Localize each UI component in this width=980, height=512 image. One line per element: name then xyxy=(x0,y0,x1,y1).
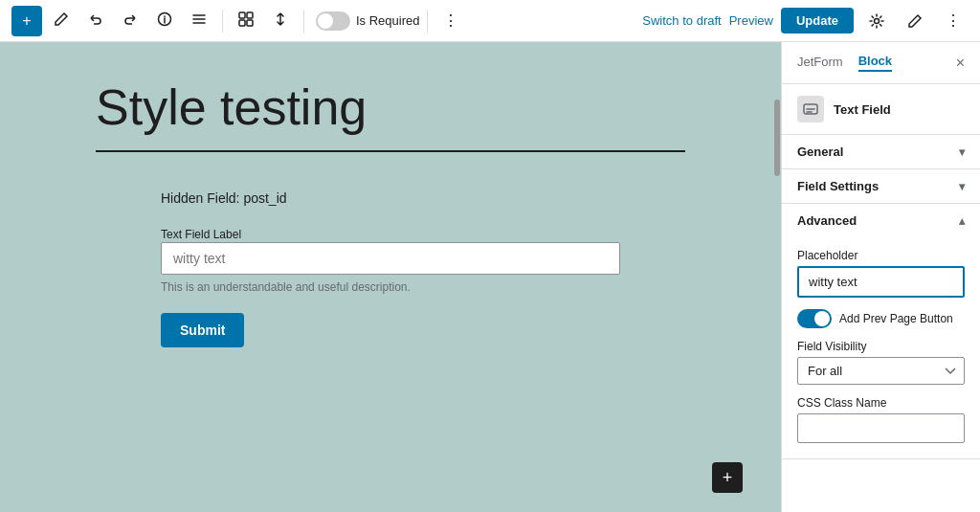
plus-icon: + xyxy=(723,468,733,488)
advanced-content: Placeholder Add Prev Page Button Field V… xyxy=(782,249,980,458)
add-prev-page-toggle-row: Add Prev Page Button xyxy=(797,309,965,328)
section-advanced-header[interactable]: Advanced ▴ xyxy=(782,204,980,237)
required-toggle-area: Is Required xyxy=(316,11,419,31)
toolbar: + Is Required xyxy=(0,0,980,42)
general-label: General xyxy=(797,145,843,159)
list-icon xyxy=(191,11,207,31)
field-settings-label: Field Settings xyxy=(797,179,879,193)
panel-header: JetForm Block × xyxy=(782,42,980,84)
scrollbar[interactable] xyxy=(773,42,781,512)
preview-button[interactable]: Preview xyxy=(729,13,773,28)
add-block-button[interactable]: + xyxy=(11,6,42,36)
required-toggle[interactable] xyxy=(316,11,350,31)
canvas: Style testing Hidden Field: post_id Text… xyxy=(0,42,781,512)
text-field-input[interactable] xyxy=(161,242,620,275)
main-area: Style testing Hidden Field: post_id Text… xyxy=(0,42,980,512)
widget-icon xyxy=(237,11,255,32)
more-icon: ⋮ xyxy=(443,11,458,30)
block-name-label: Text Field xyxy=(834,102,891,117)
svg-rect-2 xyxy=(247,12,253,18)
svg-rect-4 xyxy=(247,20,253,26)
add-prev-page-toggle[interactable] xyxy=(797,309,832,328)
css-class-group: CSS Class Name xyxy=(797,396,965,443)
scrollbar-thumb xyxy=(774,100,780,176)
divider-3 xyxy=(427,10,428,33)
more-button[interactable]: ⋮ xyxy=(938,6,969,36)
placeholder-input[interactable] xyxy=(797,266,965,298)
add-prev-page-label: Add Prev Page Button xyxy=(839,312,953,325)
switch-draft-button[interactable]: Switch to draft xyxy=(642,13,721,28)
field-settings-chevron-icon: ▾ xyxy=(959,180,965,193)
placeholder-label: Placeholder xyxy=(797,249,965,262)
list-button[interactable] xyxy=(184,6,214,36)
tab-block[interactable]: Block xyxy=(858,54,892,72)
style-button[interactable] xyxy=(900,6,930,36)
css-class-input[interactable] xyxy=(797,413,965,443)
submit-button[interactable]: Submit xyxy=(161,313,244,347)
add-block-canvas-button[interactable]: + xyxy=(712,462,743,493)
general-chevron-icon: ▾ xyxy=(959,145,965,159)
settings-button[interactable] xyxy=(861,6,892,36)
section-general: General ▾ xyxy=(782,135,980,169)
canvas-content: Hidden Field: post_id Text Field Label T… xyxy=(161,190,620,347)
svg-rect-3 xyxy=(239,20,245,26)
text-field-group: Text Field Label This is an understandab… xyxy=(161,225,620,294)
arrows-button[interactable] xyxy=(265,6,296,36)
section-advanced: Advanced ▴ Placeholder Add Prev Page But… xyxy=(782,204,980,459)
redo-icon xyxy=(122,11,138,31)
toolbar-right: Switch to draft Preview Update ⋮ xyxy=(642,6,969,36)
section-general-header[interactable]: General ▾ xyxy=(782,135,980,168)
page-title: Style testing xyxy=(96,80,685,135)
block-info: Text Field xyxy=(782,84,980,135)
block-icon xyxy=(797,96,824,122)
more-vertical-icon: ⋮ xyxy=(946,11,961,30)
undo-icon xyxy=(88,11,103,31)
divider-2 xyxy=(303,10,304,33)
canvas-divider xyxy=(96,150,685,152)
field-visibility-label: Field Visibility xyxy=(797,340,965,353)
tab-jetform[interactable]: JetForm xyxy=(797,55,843,71)
css-class-label: CSS Class Name xyxy=(797,396,965,410)
divider-1 xyxy=(222,10,223,33)
section-field-settings: Field Settings ▾ xyxy=(782,169,980,204)
text-field-label: Text Field Label xyxy=(161,228,241,241)
widget-button[interactable] xyxy=(231,6,261,36)
panel-close-button[interactable]: × xyxy=(956,55,965,72)
info-icon xyxy=(157,11,172,31)
field-visibility-group: Field Visibility For all Logged in Not l… xyxy=(797,340,965,385)
placeholder-field-group: Placeholder xyxy=(797,249,965,298)
arrows-icon xyxy=(273,11,288,31)
update-button[interactable]: Update xyxy=(781,8,854,33)
section-field-settings-header[interactable]: Field Settings ▾ xyxy=(782,169,980,203)
svg-rect-1 xyxy=(239,12,245,18)
pencil-button[interactable] xyxy=(46,6,77,36)
svg-point-5 xyxy=(875,18,880,23)
more-options-button[interactable]: ⋮ xyxy=(435,6,466,36)
advanced-chevron-icon: ▴ xyxy=(959,214,965,228)
redo-button[interactable] xyxy=(115,6,145,36)
right-panel: JetForm Block × Text Field General ▾ xyxy=(781,42,980,512)
required-toggle-label: Is Required xyxy=(356,13,419,28)
field-description: This is an understandable and useful des… xyxy=(161,280,620,294)
advanced-label: Advanced xyxy=(797,213,857,228)
hidden-field-label: Hidden Field: post_id xyxy=(161,190,620,206)
info-button[interactable] xyxy=(149,6,180,36)
add-icon: + xyxy=(22,12,31,30)
field-visibility-select[interactable]: For all Logged in Not logged in xyxy=(797,357,965,385)
undo-button[interactable] xyxy=(80,6,111,36)
pencil-icon xyxy=(54,11,69,31)
